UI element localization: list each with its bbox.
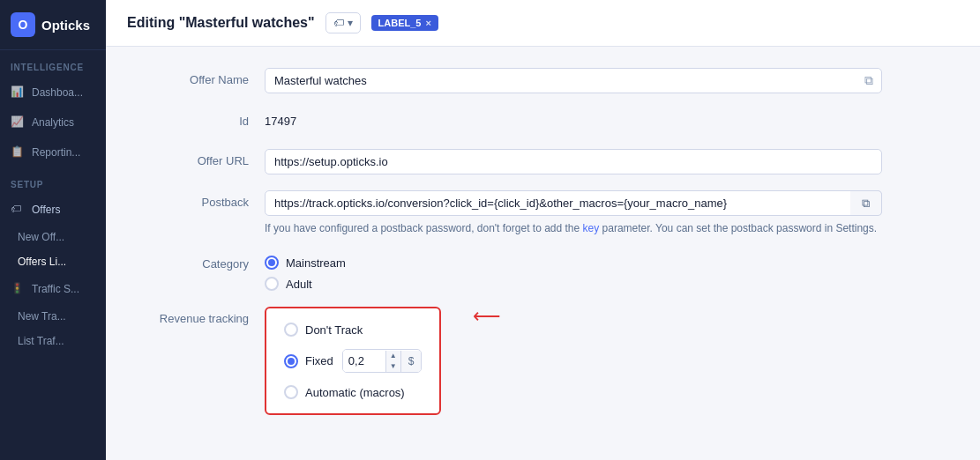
copy-small-icon: ⧉ [864, 73, 873, 88]
offer-url-row: Offer URL [159, 149, 945, 174]
revenue-fixed: Fixed ▲ ▼ $ [284, 349, 422, 373]
postback-control: ⧉ If you have configured a postback pass… [265, 190, 882, 236]
revenue-section: Don't Track Fixed [265, 307, 882, 415]
sidebar-item-reporting[interactable]: 📋 Reportin... [0, 137, 106, 167]
sidebar-sub-new-traffic[interactable]: New Tra... [0, 304, 106, 329]
category-mainstream[interactable]: Mainstream [265, 256, 882, 270]
red-arrow-icon: ⟵ [473, 305, 501, 328]
label-badge-text: LABEL_5 [378, 18, 422, 28]
offer-name-input[interactable] [265, 68, 882, 93]
id-control: 17497 [265, 109, 882, 133]
sidebar-item-traffic[interactable]: 🚦 Traffic S... [0, 274, 106, 304]
mainstream-radio-circle[interactable] [265, 256, 279, 270]
dont-track-label: Don't Track [305, 323, 363, 337]
offer-url-input[interactable] [265, 149, 882, 174]
offer-name-control: ⧉ [265, 68, 882, 93]
tag-button[interactable]: 🏷 ▾ [325, 12, 361, 33]
sidebar-sub-list-traffic[interactable]: List Traf... [0, 329, 106, 353]
fixed-spinners: ▲ ▼ [385, 351, 400, 372]
sidebar-sub-offers-list[interactable]: Offers Li... [0, 249, 106, 274]
postback-hint-text-2: parameter. You can set the postback pass… [602, 222, 878, 234]
postback-hint: If you have configured a postback passwo… [265, 220, 882, 236]
postback-row: Postback ⧉ If you have configured a post… [159, 190, 945, 236]
fixed-spinner-down[interactable]: ▼ [386, 361, 400, 372]
category-control: Mainstream Adult [265, 252, 882, 291]
postback-hint-text-1: If you have configured a postback passwo… [265, 222, 580, 234]
analytics-icon: 📈 [11, 115, 25, 130]
mainstream-label: Mainstream [286, 256, 346, 270]
fixed-value-input[interactable] [343, 350, 385, 372]
sidebar-item-dashboard[interactable]: 📊 Dashboa... [0, 78, 106, 108]
header: Editing "Masterful watches" 🏷 ▾ LABEL_5 … [106, 0, 980, 47]
category-row: Category Mainstream Adult [159, 252, 945, 291]
fixed-spinner-up[interactable]: ▲ [386, 351, 400, 361]
fixed-radio-circle[interactable] [284, 354, 298, 368]
postback-key-link[interactable]: key [583, 222, 600, 234]
sidebar-sub-new-offer[interactable]: New Off... [0, 225, 106, 249]
id-value: 17497 [265, 109, 882, 133]
fixed-currency: $ [400, 351, 422, 372]
revenue-automatic[interactable]: Automatic (macros) [284, 385, 422, 399]
sidebar-item-traffic-label: Traffic S... [32, 283, 79, 295]
sidebar-item-offers[interactable]: 🏷 Offers [0, 195, 106, 225]
dashboard-icon: 📊 [11, 85, 25, 100]
postback-wrapper: ⧉ [265, 190, 882, 216]
arrow-container: ⟵ [459, 305, 501, 328]
postback-input[interactable] [265, 190, 882, 216]
fixed-label: Fixed [305, 354, 333, 367]
page-title: Editing "Masterful watches" [127, 15, 315, 31]
sidebar-item-dashboard-label: Dashboa... [32, 86, 83, 99]
sidebar-sub-new-traffic-label: New Tra... [18, 310, 66, 323]
offer-name-label: Offer Name [159, 68, 265, 86]
revenue-control: Don't Track Fixed [265, 307, 882, 415]
main-panel: Editing "Masterful watches" 🏷 ▾ LABEL_5 … [106, 0, 980, 460]
reporting-icon: 📋 [11, 145, 25, 160]
automatic-radio-circle[interactable] [284, 385, 298, 399]
dont-track-radio-circle[interactable] [284, 323, 298, 337]
id-label: Id [159, 109, 265, 128]
sidebar: O Opticks INTELLIGENCE 📊 Dashboa... 📈 An… [0, 0, 106, 460]
label-badge: LABEL_5 × [371, 15, 438, 31]
revenue-box: Don't Track Fixed [265, 307, 441, 415]
fixed-input-group: ▲ ▼ $ [342, 349, 423, 373]
sidebar-item-offers-label: Offers [32, 204, 60, 216]
offer-url-label: Offer URL [159, 149, 265, 167]
postback-label: Postback [159, 190, 265, 209]
category-adult[interactable]: Adult [265, 277, 882, 291]
offer-name-input-wrapper: ⧉ [265, 68, 882, 93]
sidebar-item-reporting-label: Reportin... [32, 146, 80, 159]
category-label: Category [159, 252, 265, 271]
id-row: Id 17497 [159, 109, 945, 133]
offers-icon: 🏷 [11, 203, 25, 217]
adult-radio-circle[interactable] [265, 277, 279, 291]
sidebar-item-analytics[interactable]: 📈 Analytics [0, 108, 106, 137]
logo: O Opticks [0, 0, 106, 50]
label-badge-close[interactable]: × [425, 18, 430, 28]
adult-label: Adult [286, 278, 312, 291]
automatic-label: Automatic (macros) [305, 386, 405, 399]
sidebar-sub-list-traffic-label: List Traf... [18, 335, 64, 347]
offer-url-control [265, 149, 882, 174]
logo-text: Opticks [41, 18, 90, 33]
revenue-options: Don't Track Fixed [284, 323, 422, 399]
traffic-icon: 🚦 [11, 282, 25, 296]
intelligence-section-label: INTELLIGENCE [0, 50, 106, 78]
content-area: Offer Name ⧉ Id 17497 Offer URL Post [106, 47, 980, 460]
sidebar-item-analytics-label: Analytics [32, 116, 74, 129]
sidebar-sub-offers-list-label: Offers Li... [18, 256, 66, 268]
tag-chevron-icon: ▾ [348, 17, 353, 29]
sidebar-sub-new-offer-label: New Off... [18, 231, 64, 243]
setup-section-label: SETUP [0, 167, 106, 195]
revenue-row: Revenue tracking Don't Track [159, 307, 945, 415]
revenue-label: Revenue tracking [159, 307, 265, 325]
category-radio-group: Mainstream Adult [265, 252, 882, 291]
tag-icon: 🏷 [333, 17, 344, 29]
logo-icon: O [11, 12, 35, 37]
offer-name-row: Offer Name ⧉ [159, 68, 945, 93]
copy-icon: ⧉ [862, 197, 870, 211]
fixed-radio-item[interactable]: Fixed [284, 354, 333, 368]
revenue-dont-track[interactable]: Don't Track [284, 323, 422, 337]
postback-copy-button[interactable]: ⧉ [850, 190, 882, 216]
